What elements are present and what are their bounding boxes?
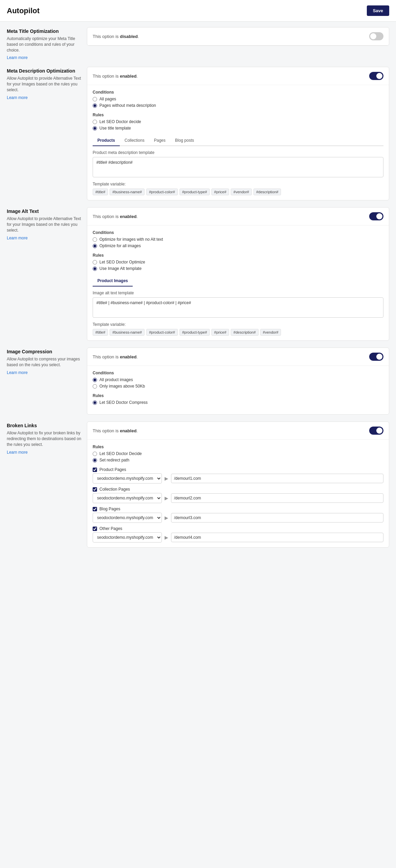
blog-pages-domain-select[interactable]: seodoctordemo.myshopify.com (93, 513, 162, 523)
meta-desc-condition-all[interactable]: All pages (93, 97, 383, 101)
ia-tag-business-name: #business-name# (110, 329, 145, 336)
broken-links-rule-seo[interactable]: Let SEO Doctor Decide (93, 451, 383, 456)
redirect-arrow-3: ▶ (165, 515, 168, 520)
meta-title-learn-more[interactable]: Learn more (7, 55, 27, 60)
tab-products[interactable]: Products (93, 135, 120, 146)
blog-pages-checkbox[interactable] (93, 507, 97, 511)
image-alt-rule-template[interactable]: Use Image Alt template (93, 266, 383, 271)
tab-pages[interactable]: Pages (149, 135, 170, 146)
image-alt-toggle[interactable] (369, 212, 383, 220)
broken-links-body: Rules Let SEO Doctor Decide Set redirect… (87, 440, 389, 547)
image-compression-learn-more[interactable]: Learn more (7, 370, 27, 375)
broken-links-toggle[interactable] (369, 427, 383, 435)
broken-links-rules-group: Let SEO Doctor Decide Set redirect path (93, 451, 383, 462)
tag-product-color: #product-color# (146, 189, 177, 195)
broken-links-rules-label: Rules (93, 445, 383, 449)
meta-desc-status: This option is enabled. (93, 74, 138, 79)
meta-desc-rule-seo[interactable]: Let SEO Doctor decide (93, 119, 383, 124)
redirect-arrow-4: ▶ (165, 535, 168, 540)
other-pages-section: Other Pages seodoctordemo.myshopify.com … (93, 526, 383, 542)
broken-links-option-header: This option is enabled. (87, 422, 389, 440)
section-left-meta-description: Meta Description Optimization Allow Auto… (7, 67, 81, 100)
tag-description: #description# (253, 189, 281, 195)
tag-vendor: #vendor# (231, 189, 252, 195)
collection-pages-section: Collection Pages seodoctordemo.myshopify… (93, 487, 383, 503)
image-compression-condition-50kb[interactable]: Only images above 50Kb (93, 384, 383, 389)
other-pages-label: Other Pages (99, 526, 122, 531)
image-alt-condition-all[interactable]: Optimize for all images (93, 243, 383, 248)
collection-pages-checkbox-label[interactable]: Collection Pages (93, 487, 383, 492)
ia-tag-price: #price# (211, 329, 229, 336)
meta-desc-conditions-group: All pages Pages without meta description (93, 97, 383, 108)
image-alt-tab-single[interactable]: Product Images (93, 276, 133, 287)
section-broken-links: Broken Links Allow Autopilot to fix your… (7, 421, 389, 548)
tag-product-type: #product-type# (180, 189, 210, 195)
image-alt-conditions-group: Optimize for images with no Alt text Opt… (93, 237, 383, 248)
image-alt-condition-no-alt[interactable]: Optimize for images with no Alt text (93, 237, 383, 242)
section-left-meta-title: Meta Title Optimization Automatically op… (7, 27, 81, 60)
broken-links-heading: Broken Links (7, 423, 81, 428)
image-alt-panel: This option is enabled. Conditions Optim… (87, 207, 389, 341)
meta-desc-template-input[interactable]: #title# #description# (93, 157, 383, 177)
meta-title-toggle[interactable] (369, 32, 383, 40)
meta-desc-desc: Allow Autopilot to provide Alternative T… (7, 76, 81, 93)
image-alt-status: This option is enabled. (93, 214, 138, 219)
image-compression-panel: This option is enabled. Conditions All p… (87, 348, 389, 415)
image-alt-tags: #title# #business-name# #product-color# … (93, 329, 383, 336)
meta-title-status: This option is disabled. (93, 34, 139, 39)
other-pages-path-input[interactable] (171, 533, 383, 542)
image-alt-rules-label: Rules (93, 253, 383, 258)
collection-pages-checkbox[interactable] (93, 487, 97, 492)
image-compression-conditions-group: All product images Only images above 50K… (93, 377, 383, 389)
save-button[interactable]: Save (367, 5, 389, 16)
image-compression-desc: Allow Autopilot to compress your images … (7, 356, 81, 368)
section-image-alt: Image Alt Text Allow Autopilot to provid… (7, 207, 389, 341)
blog-pages-checkbox-label[interactable]: Blog Pages (93, 507, 383, 511)
page-title: Autopilot (7, 6, 40, 15)
meta-desc-rule-template[interactable]: Use title template (93, 126, 383, 131)
broken-links-rule-redirect[interactable]: Set redirect path (93, 458, 383, 462)
other-pages-checkbox-label[interactable]: Other Pages (93, 526, 383, 531)
image-compression-conditions-label: Conditions (93, 371, 383, 375)
product-pages-checkbox-label[interactable]: Product Pages (93, 467, 383, 472)
other-pages-redirect-row: seodoctordemo.myshopify.com ▶ (93, 532, 383, 542)
collection-pages-redirect-row: seodoctordemo.myshopify.com ▶ (93, 493, 383, 503)
meta-desc-learn-more[interactable]: Learn more (7, 95, 27, 100)
blog-pages-redirect-row: seodoctordemo.myshopify.com ▶ (93, 513, 383, 523)
broken-links-desc: Allow Autopilot to fix your broken links… (7, 430, 81, 447)
tab-collections[interactable]: Collections (120, 135, 149, 146)
other-pages-checkbox[interactable] (93, 527, 97, 531)
section-meta-description: Meta Description Optimization Allow Auto… (7, 67, 389, 200)
broken-links-learn-more[interactable]: Learn more (7, 450, 27, 455)
meta-title-option-header: This option is disabled. (87, 27, 389, 45)
meta-desc-condition-without[interactable]: Pages without meta description (93, 103, 383, 108)
product-pages-domain-select[interactable]: seodoctordemo.myshopify.com (93, 473, 162, 484)
image-alt-option-header: This option is enabled. (87, 208, 389, 225)
blog-pages-path-input[interactable] (171, 513, 383, 522)
product-pages-section: Product Pages seodoctordemo.myshopify.co… (93, 467, 383, 484)
image-compression-rule-seo[interactable]: Let SEO Doctor Compress (93, 400, 383, 405)
product-pages-path-input[interactable] (171, 474, 383, 483)
meta-desc-rules-label: Rules (93, 113, 383, 117)
image-alt-template-input[interactable]: #title# | #business-name# | #product-col… (93, 297, 383, 318)
meta-desc-tags: #title# #business-name# #product-color# … (93, 189, 383, 195)
image-compression-condition-all[interactable]: All product images (93, 377, 383, 382)
section-left-image-alt: Image Alt Text Allow Autopilot to provid… (7, 207, 81, 240)
collection-pages-path-input[interactable] (171, 493, 383, 503)
meta-desc-toggle[interactable] (369, 72, 383, 80)
tab-blog-posts[interactable]: Blog posts (170, 135, 199, 146)
collection-pages-domain-select[interactable]: seodoctordemo.myshopify.com (93, 493, 162, 503)
image-alt-learn-more[interactable]: Learn more (7, 236, 27, 240)
section-image-compression: Image Compression Allow Autopilot to com… (7, 348, 389, 415)
image-alt-rule-seo[interactable]: Let SEO Doctor Optimize (93, 260, 383, 264)
image-alt-desc: Allow Autopilot to provide Alternative T… (7, 216, 81, 233)
product-pages-checkbox[interactable] (93, 468, 97, 472)
image-compression-status: This option is enabled. (93, 354, 138, 359)
meta-desc-option-header: This option is enabled. (87, 67, 389, 85)
image-compression-rules-group: Let SEO Doctor Compress (93, 400, 383, 405)
product-pages-redirect-row: seodoctordemo.myshopify.com ▶ (93, 473, 383, 484)
broken-links-status: This option is enabled. (93, 428, 138, 433)
image-compression-toggle[interactable] (369, 353, 383, 361)
tag-price: #price# (211, 189, 229, 195)
other-pages-domain-select[interactable]: seodoctordemo.myshopify.com (93, 532, 162, 542)
